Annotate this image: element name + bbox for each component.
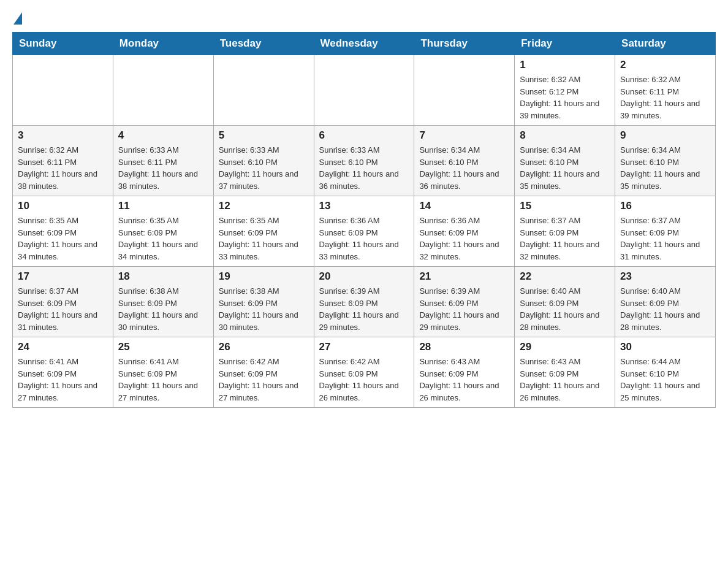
day-number: 23 [620, 270, 710, 283]
calendar-cell [213, 55, 314, 126]
day-info: Sunrise: 6:35 AMSunset: 6:09 PMDaylight:… [219, 215, 309, 262]
column-header-wednesday: Wednesday [314, 33, 414, 55]
column-header-friday: Friday [515, 33, 615, 55]
calendar-cell: 22Sunrise: 6:40 AMSunset: 6:09 PMDayligh… [515, 267, 615, 337]
column-header-tuesday: Tuesday [213, 33, 314, 55]
calendar-cell: 23Sunrise: 6:40 AMSunset: 6:09 PMDayligh… [615, 267, 716, 337]
logo [12, 12, 23, 22]
day-info: Sunrise: 6:38 AMSunset: 6:09 PMDaylight:… [219, 285, 309, 333]
day-number: 17 [18, 270, 108, 283]
day-number: 16 [620, 200, 710, 212]
calendar-cell: 12Sunrise: 6:35 AMSunset: 6:09 PMDayligh… [213, 196, 314, 267]
calendar-cell: 18Sunrise: 6:38 AMSunset: 6:09 PMDayligh… [113, 267, 213, 337]
day-number: 30 [620, 341, 710, 353]
day-number: 2 [620, 59, 710, 71]
page-header [12, 12, 716, 22]
calendar-cell: 25Sunrise: 6:41 AMSunset: 6:09 PMDayligh… [113, 337, 213, 408]
day-info: Sunrise: 6:34 AMSunset: 6:10 PMDaylight:… [620, 144, 710, 192]
logo-arrow-icon [13, 12, 22, 25]
day-number: 21 [419, 270, 509, 283]
calendar-cell: 2Sunrise: 6:32 AMSunset: 6:11 PMDaylight… [615, 55, 716, 126]
calendar-cell: 11Sunrise: 6:35 AMSunset: 6:09 PMDayligh… [113, 196, 213, 267]
day-number: 14 [419, 200, 509, 212]
day-number: 18 [118, 270, 208, 283]
day-info: Sunrise: 6:32 AMSunset: 6:12 PMDaylight:… [520, 74, 610, 121]
day-info: Sunrise: 6:39 AMSunset: 6:09 PMDaylight:… [319, 285, 409, 333]
calendar-cell: 5Sunrise: 6:33 AMSunset: 6:10 PMDaylight… [213, 126, 314, 196]
day-info: Sunrise: 6:42 AMSunset: 6:09 PMDaylight:… [319, 356, 409, 404]
day-number: 7 [419, 129, 509, 142]
day-info: Sunrise: 6:35 AMSunset: 6:09 PMDaylight:… [118, 215, 208, 262]
column-header-sunday: Sunday [13, 33, 113, 55]
day-number: 19 [219, 270, 309, 283]
day-info: Sunrise: 6:37 AMSunset: 6:09 PMDaylight:… [620, 215, 710, 262]
column-header-saturday: Saturday [615, 33, 716, 55]
calendar-cell: 29Sunrise: 6:43 AMSunset: 6:09 PMDayligh… [515, 337, 615, 408]
calendar-week-row: 10Sunrise: 6:35 AMSunset: 6:09 PMDayligh… [13, 196, 716, 267]
calendar-cell: 7Sunrise: 6:34 AMSunset: 6:10 PMDaylight… [414, 126, 515, 196]
day-info: Sunrise: 6:35 AMSunset: 6:09 PMDaylight:… [18, 215, 108, 262]
day-info: Sunrise: 6:36 AMSunset: 6:09 PMDaylight:… [319, 215, 409, 262]
calendar-cell: 13Sunrise: 6:36 AMSunset: 6:09 PMDayligh… [314, 196, 414, 267]
day-number: 9 [620, 129, 710, 142]
day-number: 3 [18, 129, 108, 142]
calendar-cell: 14Sunrise: 6:36 AMSunset: 6:09 PMDayligh… [414, 196, 515, 267]
calendar-cell: 6Sunrise: 6:33 AMSunset: 6:10 PMDaylight… [314, 126, 414, 196]
calendar-cell [314, 55, 414, 126]
calendar-cell: 26Sunrise: 6:42 AMSunset: 6:09 PMDayligh… [213, 337, 314, 408]
day-number: 26 [219, 341, 309, 353]
day-number: 27 [319, 341, 409, 353]
day-info: Sunrise: 6:36 AMSunset: 6:09 PMDaylight:… [419, 215, 509, 262]
day-number: 24 [18, 341, 108, 353]
calendar-cell: 3Sunrise: 6:32 AMSunset: 6:11 PMDaylight… [13, 126, 113, 196]
day-info: Sunrise: 6:41 AMSunset: 6:09 PMDaylight:… [18, 356, 108, 404]
day-info: Sunrise: 6:38 AMSunset: 6:09 PMDaylight:… [118, 285, 208, 333]
day-number: 13 [319, 200, 409, 212]
day-number: 22 [520, 270, 610, 283]
day-number: 10 [18, 200, 108, 212]
calendar-cell: 27Sunrise: 6:42 AMSunset: 6:09 PMDayligh… [314, 337, 414, 408]
day-number: 12 [219, 200, 309, 212]
day-info: Sunrise: 6:40 AMSunset: 6:09 PMDaylight:… [520, 285, 610, 333]
calendar-cell: 28Sunrise: 6:43 AMSunset: 6:09 PMDayligh… [414, 337, 515, 408]
day-number: 8 [520, 129, 610, 142]
day-info: Sunrise: 6:44 AMSunset: 6:10 PMDaylight:… [620, 356, 710, 404]
day-number: 4 [118, 129, 208, 142]
calendar-cell: 10Sunrise: 6:35 AMSunset: 6:09 PMDayligh… [13, 196, 113, 267]
day-info: Sunrise: 6:33 AMSunset: 6:10 PMDaylight:… [219, 144, 309, 192]
calendar-week-row: 3Sunrise: 6:32 AMSunset: 6:11 PMDaylight… [13, 126, 716, 196]
calendar-cell [414, 55, 515, 126]
day-info: Sunrise: 6:37 AMSunset: 6:09 PMDaylight:… [520, 215, 610, 262]
calendar-week-row: 1Sunrise: 6:32 AMSunset: 6:12 PMDaylight… [13, 55, 716, 126]
column-header-monday: Monday [113, 33, 213, 55]
day-number: 29 [520, 341, 610, 353]
calendar-cell [13, 55, 113, 126]
calendar-cell: 8Sunrise: 6:34 AMSunset: 6:10 PMDaylight… [515, 126, 615, 196]
calendar-cell: 30Sunrise: 6:44 AMSunset: 6:10 PMDayligh… [615, 337, 716, 408]
day-number: 25 [118, 341, 208, 353]
day-info: Sunrise: 6:39 AMSunset: 6:09 PMDaylight:… [419, 285, 509, 333]
day-info: Sunrise: 6:43 AMSunset: 6:09 PMDaylight:… [419, 356, 509, 404]
calendar-cell: 24Sunrise: 6:41 AMSunset: 6:09 PMDayligh… [13, 337, 113, 408]
day-number: 20 [319, 270, 409, 283]
day-info: Sunrise: 6:41 AMSunset: 6:09 PMDaylight:… [118, 356, 208, 404]
day-info: Sunrise: 6:42 AMSunset: 6:09 PMDaylight:… [219, 356, 309, 404]
day-info: Sunrise: 6:34 AMSunset: 6:10 PMDaylight:… [419, 144, 509, 192]
day-number: 6 [319, 129, 409, 142]
day-info: Sunrise: 6:32 AMSunset: 6:11 PMDaylight:… [18, 144, 108, 192]
calendar-week-row: 17Sunrise: 6:37 AMSunset: 6:09 PMDayligh… [13, 267, 716, 337]
calendar-cell: 21Sunrise: 6:39 AMSunset: 6:09 PMDayligh… [414, 267, 515, 337]
day-number: 11 [118, 200, 208, 212]
day-info: Sunrise: 6:33 AMSunset: 6:11 PMDaylight:… [118, 144, 208, 192]
calendar-cell: 1Sunrise: 6:32 AMSunset: 6:12 PMDaylight… [515, 55, 615, 126]
calendar-cell [113, 55, 213, 126]
calendar-cell: 20Sunrise: 6:39 AMSunset: 6:09 PMDayligh… [314, 267, 414, 337]
calendar-cell: 16Sunrise: 6:37 AMSunset: 6:09 PMDayligh… [615, 196, 716, 267]
calendar-cell: 19Sunrise: 6:38 AMSunset: 6:09 PMDayligh… [213, 267, 314, 337]
day-number: 1 [520, 59, 610, 71]
day-number: 15 [520, 200, 610, 212]
calendar-table: SundayMondayTuesdayWednesdayThursdayFrid… [12, 32, 716, 408]
day-info: Sunrise: 6:32 AMSunset: 6:11 PMDaylight:… [620, 74, 710, 121]
day-info: Sunrise: 6:37 AMSunset: 6:09 PMDaylight:… [18, 285, 108, 333]
calendar-week-row: 24Sunrise: 6:41 AMSunset: 6:09 PMDayligh… [13, 337, 716, 408]
